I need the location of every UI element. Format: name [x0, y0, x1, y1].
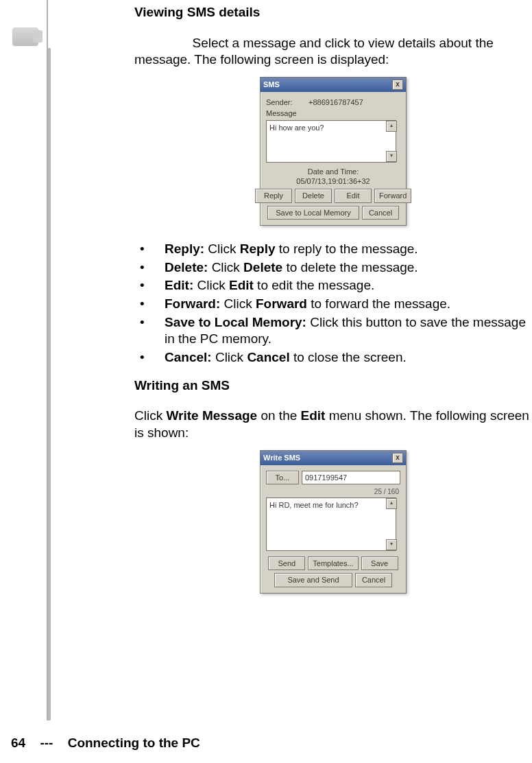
bullet-icon: •	[140, 241, 145, 258]
page-number: 64	[11, 736, 25, 750]
scroll-down-icon[interactable]: ▾	[386, 539, 397, 550]
heading-viewing-sms: Viewing SMS details	[134, 4, 532, 21]
delete-button[interactable]: Delete	[295, 189, 332, 202]
sms-details-title: SMS	[263, 80, 280, 89]
datetime-label: Date and Time:	[266, 167, 400, 176]
figure-sms-details: SMS x Sender: +886916787457 Message Hi h…	[134, 73, 532, 235]
bullet-icon: •	[140, 314, 145, 331]
gutter-divider	[48, 48, 51, 720]
bullet-icon: •	[140, 277, 145, 294]
cancel-button[interactable]: Cancel	[362, 206, 399, 220]
page-left-margin	[0, 0, 48, 720]
list-item: •Cancel: Click Cancel to close the scree…	[134, 349, 532, 366]
chapter-title: Connecting to the PC	[68, 736, 200, 750]
send-button[interactable]: Send	[268, 556, 305, 570]
list-item: •Edit: Click Edit to edit the message.	[134, 277, 532, 294]
list-item: •Save to Local Memory: Click this button…	[134, 314, 532, 348]
paragraph-writing-intro: Click Write Message on the Edit menu sho…	[134, 408, 532, 441]
forward-button[interactable]: Forward	[374, 189, 411, 202]
char-counter: 25 / 160	[266, 487, 399, 496]
page-footer: 64 --- Connecting to the PC	[11, 736, 200, 751]
scroll-up-icon[interactable]: ▴	[386, 121, 397, 132]
to-button[interactable]: To...	[266, 471, 299, 484]
bullet-icon: •	[140, 349, 145, 366]
sms-details-window: SMS x Sender: +886916787457 Message Hi h…	[260, 77, 407, 226]
page-gutter	[48, 0, 73, 720]
figure-write-sms: Write SMS x To... 0917199547 25 / 160 Hi…	[134, 446, 532, 603]
list-item: •Reply: Click Reply to reply to the mess…	[134, 241, 532, 258]
sms-actions-list: •Reply: Click Reply to reply to the mess…	[134, 241, 532, 366]
save-and-send-button[interactable]: Save and Send	[274, 573, 352, 587]
close-icon[interactable]: x	[392, 80, 403, 90]
sender-label: Sender:	[266, 97, 309, 107]
save-local-button[interactable]: Save to Local Memory	[267, 206, 359, 220]
bullet-icon: •	[140, 259, 145, 277]
message-textarea[interactable]: Hi how are you? ▴ ▾	[266, 120, 396, 163]
scroll-down-icon[interactable]: ▾	[386, 151, 397, 162]
write-sms-titlebar: Write SMS x	[261, 451, 406, 465]
page-content: Viewing SMS details Select a message and…	[73, 0, 532, 720]
list-item-label: Delete:	[165, 260, 208, 274]
sms-details-titlebar: SMS x	[261, 78, 406, 92]
scroll-up-icon[interactable]: ▴	[386, 498, 397, 509]
to-input[interactable]: 0917199547	[302, 471, 400, 484]
write-sms-window: Write SMS x To... 0917199547 25 / 160 Hi…	[260, 450, 407, 594]
list-item-label: Edit:	[165, 278, 193, 292]
cancel-button[interactable]: Cancel	[355, 573, 392, 587]
templates-button[interactable]: Templates...	[308, 556, 358, 570]
message-label: Message	[266, 108, 309, 118]
list-item-label: Forward:	[165, 296, 220, 311]
write-sms-title: Write SMS	[263, 453, 300, 462]
sms-body-textarea[interactable]: Hi RD, meet me for lunch? ▴ ▾	[266, 497, 396, 551]
paragraph-viewing-intro-text: Select a message and click to view detai…	[134, 35, 532, 69]
sms-body-text: Hi RD, meet me for lunch?	[269, 501, 359, 509]
datetime-value: 05/07/13,19:01:36+32	[266, 176, 400, 186]
close-icon[interactable]: x	[392, 453, 403, 463]
heading-writing-sms: Writing an SMS	[134, 377, 532, 395]
list-item: •Delete: Click Delete to delete the mess…	[134, 259, 532, 277]
sender-value: +886916787457	[309, 97, 363, 107]
reply-button[interactable]: Reply	[255, 189, 292, 202]
edit-button[interactable]: Edit	[335, 189, 372, 202]
list-item-label: Reply:	[165, 242, 204, 256]
save-button[interactable]: Save	[361, 556, 398, 570]
list-item: •Forward: Click Forward to forward the m…	[134, 296, 532, 313]
list-item-label: Save to Local Memory:	[165, 315, 306, 329]
paragraph-viewing-intro: Select a message and click to view detai…	[134, 35, 532, 69]
bullet-icon: •	[140, 296, 145, 313]
message-text: Hi how are you?	[269, 124, 324, 132]
section-icon	[12, 27, 38, 45]
footer-separator: ---	[40, 736, 53, 751]
list-item-label: Cancel:	[165, 350, 212, 364]
